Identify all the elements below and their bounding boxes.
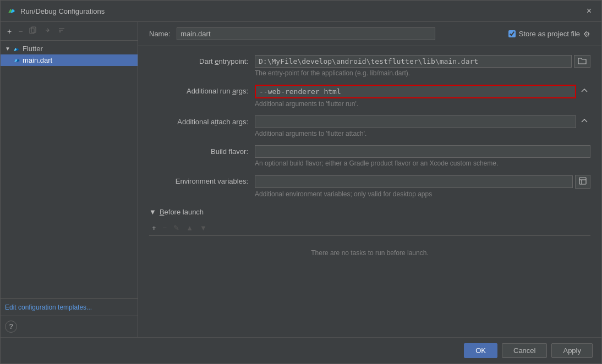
config-body: Dart entrypoint: The entry-point for the… [138, 46, 601, 337]
config-header: Name: Store as project file ⚙ [138, 22, 601, 46]
env-variables-label: Environment variables: [149, 175, 248, 185]
group-chevron: ▼ [5, 46, 10, 52]
additional-attach-args-label: Additional attach args: [149, 115, 248, 126]
store-project-label[interactable]: Store as project file [519, 30, 580, 38]
before-launch-edit-button[interactable]: ✎ [171, 223, 182, 233]
dart-entrypoint-row: Dart entrypoint: The entry-point for the… [149, 55, 590, 81]
edit-templates-link[interactable]: Edit configuration templates... [5, 304, 92, 311]
dart-entrypoint-input[interactable] [255, 55, 572, 68]
before-launch-toolbar: + − ✎ ▲ ▼ [149, 220, 590, 236]
sidebar-tree: ▼ Flutter main.dart [1, 41, 138, 298]
empty-launch-area: There are no tasks to run before launch. [149, 238, 590, 262]
dialog-title: Run/Debug Configurations [20, 7, 105, 15]
before-launch-label: Before launch [160, 208, 204, 216]
additional-run-args-field-row [255, 85, 590, 98]
sort-config-button[interactable] [56, 25, 68, 37]
additional-attach-args-row: Additional attach args: Additional argum… [149, 115, 590, 142]
additional-run-args-expand-button[interactable] [578, 86, 590, 97]
before-launch-move-down-button[interactable]: ▼ [197, 223, 210, 233]
dart-entrypoint-field-wrap: The entry-point for the application (e.g… [255, 55, 590, 81]
add-config-button[interactable]: + [5, 26, 14, 37]
additional-attach-args-hint: Additional arguments to 'flutter attach'… [255, 130, 590, 137]
cancel-button[interactable]: Cancel [502, 343, 547, 358]
additional-attach-args-field-wrap: Additional arguments to 'flutter attach'… [255, 115, 590, 142]
additional-run-args-field-wrap: Additional arguments to 'flutter run'. [255, 85, 590, 112]
dart-entrypoint-field-row [255, 55, 590, 68]
env-variables-hint: Additional environment variables; only v… [255, 190, 590, 198]
sidebar: + − ▼ [1, 22, 138, 337]
svg-rect-11 [579, 178, 586, 184]
env-variables-field-wrap: Additional environment variables; only v… [255, 175, 590, 202]
additional-run-args-hint: Additional arguments to 'flutter run'. [255, 100, 590, 108]
sidebar-toolbar: + − [1, 22, 138, 41]
apply-button[interactable]: Apply [551, 343, 593, 358]
additional-attach-args-input[interactable] [255, 115, 576, 128]
footer-right: OK Cancel Apply [464, 343, 593, 358]
dart-entrypoint-browse-button[interactable] [574, 55, 590, 68]
dart-entrypoint-hint: The entry-point for the application (e.g… [255, 69, 590, 77]
before-launch-add-button[interactable]: + [149, 223, 159, 233]
flutter-icon [13, 45, 20, 53]
copy-config-button[interactable] [27, 25, 39, 37]
build-flavor-field-row [255, 145, 590, 158]
additional-run-args-input[interactable] [255, 85, 576, 98]
gear-icon[interactable]: ⚙ [583, 30, 590, 38]
additional-attach-args-field-row [255, 115, 590, 128]
remove-config-button[interactable]: − [16, 26, 25, 37]
build-flavor-input[interactable] [255, 145, 590, 158]
move-config-button[interactable] [41, 25, 53, 37]
title-bar-left: Run/Debug Configurations [7, 7, 105, 15]
close-button[interactable]: × [583, 5, 595, 17]
right-panel: Name: Store as project file ⚙ Dart entry… [138, 22, 601, 337]
main-dart-item[interactable]: main.dart [1, 54, 138, 66]
app-icon [7, 7, 16, 15]
env-variables-edit-button[interactable] [575, 175, 590, 189]
main-dart-label: main.dart [23, 56, 52, 64]
help-button[interactable]: ? [5, 321, 17, 333]
main-content: + − ▼ [1, 22, 601, 337]
build-flavor-field-wrap: An optional build flavor; either a Gradl… [255, 145, 590, 172]
name-input[interactable] [177, 27, 435, 40]
env-variables-field-row [255, 175, 590, 189]
main-dart-icon [14, 57, 20, 64]
env-variables-input[interactable] [255, 175, 573, 188]
help-icon-area: ? [1, 316, 138, 337]
title-bar: Run/Debug Configurations × [1, 1, 601, 22]
before-launch-remove-button[interactable]: − [160, 223, 170, 233]
name-label: Name: [149, 30, 170, 38]
dialog-footer: OK Cancel Apply [1, 337, 601, 363]
run-debug-dialog: Run/Debug Configurations × + − [0, 0, 602, 364]
additional-run-args-row: Additional run args: Additional argument… [149, 85, 590, 112]
env-variables-row: Environment variables: Additional enviro… [149, 175, 590, 202]
empty-launch-message: There are no tasks to run before launch. [311, 249, 428, 257]
flutter-group: ▼ Flutter main.dart [1, 43, 138, 66]
before-launch-move-up-button[interactable]: ▲ [183, 223, 196, 233]
store-project-area: Store as project file ⚙ [508, 30, 590, 38]
sidebar-footer: Edit configuration templates... [1, 298, 138, 316]
before-launch-section-header: ▼ Before launch [149, 208, 590, 216]
store-project-checkbox[interactable] [508, 30, 516, 37]
additional-attach-args-expand-button[interactable] [578, 116, 590, 128]
additional-run-args-label: Additional run args: [149, 85, 248, 95]
build-flavor-label: Build flavor: [149, 145, 248, 156]
flutter-group-label: Flutter [23, 45, 43, 53]
build-flavor-row: Build flavor: An optional build flavor; … [149, 145, 590, 172]
before-launch-collapse-icon[interactable]: ▼ [149, 208, 156, 216]
dart-entrypoint-label: Dart entrypoint: [149, 55, 248, 65]
build-flavor-hint: An optional build flavor; either a Gradl… [255, 159, 590, 167]
flutter-group-header[interactable]: ▼ Flutter [1, 43, 138, 54]
ok-button[interactable]: OK [464, 343, 497, 358]
